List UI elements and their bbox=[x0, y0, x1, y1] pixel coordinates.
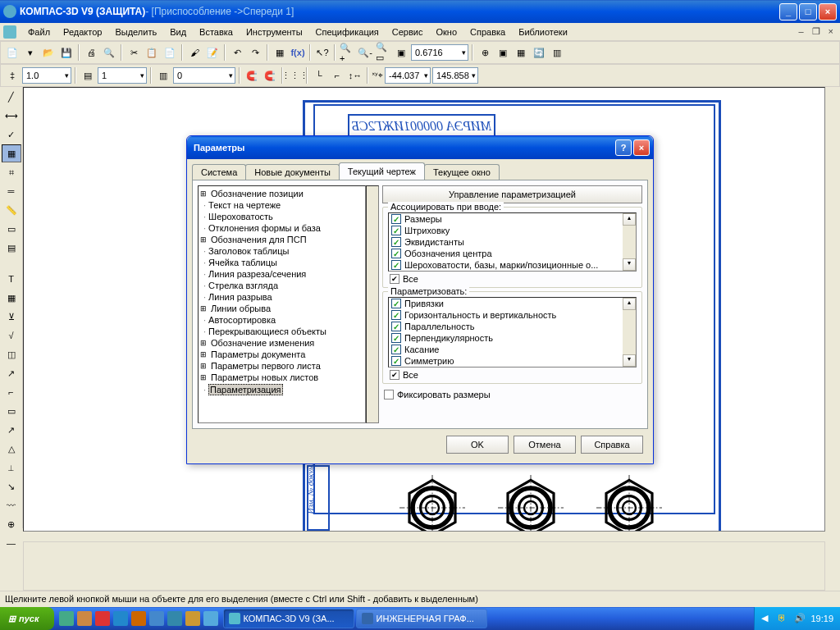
cut-button[interactable]: ✂ bbox=[126, 44, 142, 61]
arrow-icon[interactable]: ↘ bbox=[2, 477, 21, 495]
brand-icon[interactable]: ▭ bbox=[2, 402, 21, 420]
menu-insert[interactable]: Вставка bbox=[193, 25, 240, 39]
brush-icon[interactable]: 🖌 bbox=[186, 44, 203, 61]
fix-dimensions-checkbox[interactable]: Фиксировать размеры bbox=[382, 387, 642, 399]
redo-button[interactable]: ↷ bbox=[247, 44, 263, 61]
menu-help[interactable]: Справка bbox=[463, 25, 512, 39]
ql-icon[interactable] bbox=[131, 611, 146, 626]
menu-tools[interactable]: Инструменты bbox=[240, 25, 309, 39]
line-tool-icon[interactable]: ╱ bbox=[2, 88, 21, 106]
menu-libraries[interactable]: Библиотеки bbox=[512, 25, 574, 39]
checklist-item[interactable]: ✓Привязки bbox=[389, 298, 623, 309]
tree-node[interactable]: Обозначение изменения bbox=[200, 337, 363, 349]
cancel-button[interactable]: Отмена bbox=[514, 436, 576, 454]
parametrize-checklist[interactable]: ✓Привязки✓Горизонтальность и вертикально… bbox=[388, 297, 637, 368]
tab-system[interactable]: Система bbox=[192, 164, 246, 180]
tree-node[interactable]: Ячейка таблицы bbox=[200, 257, 363, 268]
tree-node[interactable]: Параметризация bbox=[200, 383, 363, 396]
view-combo[interactable]: 0 bbox=[173, 67, 235, 84]
preview-button[interactable]: 🔍 bbox=[101, 44, 117, 61]
start-button[interactable]: ⊞пуск bbox=[0, 607, 54, 630]
edit-tool-icon[interactable]: ⌗ bbox=[2, 163, 21, 181]
dialog-help-button[interactable]: ? bbox=[615, 139, 632, 156]
magnet-off-icon[interactable]: 🧲 bbox=[262, 67, 278, 84]
menu-window[interactable]: Окно bbox=[429, 25, 463, 39]
scroll-down-icon[interactable]: ▾ bbox=[623, 354, 636, 367]
task-kompas[interactable]: КОМПАС-3D V9 (ЗА... bbox=[223, 609, 354, 628]
views-button[interactable]: ▥ bbox=[549, 44, 565, 61]
close-button[interactable]: × bbox=[819, 3, 837, 21]
zoom-window-button[interactable]: 🔍▭ bbox=[375, 44, 391, 61]
checklist-item[interactable]: ✓Горизонтальность и вертикальность bbox=[389, 309, 623, 321]
center-icon[interactable]: ⊕ bbox=[2, 515, 21, 533]
checklist-item[interactable]: ✓Штриховку bbox=[389, 225, 623, 236]
select-tool-icon[interactable]: ▭ bbox=[2, 220, 21, 238]
parametrize-all-checkbox[interactable]: ✔Все bbox=[388, 368, 637, 380]
tree-node[interactable]: Линия разрыва bbox=[200, 291, 363, 303]
tree-node[interactable]: Текст на чертеже bbox=[200, 199, 363, 211]
task-word[interactable]: ИНЖЕНЕРНАЯ ГРАФ... bbox=[356, 609, 487, 628]
print-button[interactable]: 🖨 bbox=[83, 44, 99, 61]
cursor-icon[interactable]: ↖? bbox=[314, 44, 331, 61]
new-dropdown-icon[interactable]: ▾ bbox=[22, 44, 39, 61]
tree-node[interactable]: Перекрывающиеся объекты bbox=[200, 326, 363, 337]
menu-spec[interactable]: Спецификация bbox=[309, 25, 386, 39]
spec-tool-icon[interactable]: ▤ bbox=[2, 239, 21, 257]
base-tool-icon[interactable]: ⊻ bbox=[2, 308, 21, 326]
parametrization-heading-button[interactable]: Управление параметризацией bbox=[382, 185, 642, 203]
ortho-icon[interactable]: └ bbox=[311, 67, 327, 84]
pan-button[interactable]: ⊕ bbox=[477, 44, 493, 61]
zoom-in-button[interactable]: 🔍+ bbox=[339, 44, 355, 61]
open-button[interactable]: 📂 bbox=[40, 44, 57, 61]
ql-icon[interactable] bbox=[167, 611, 182, 626]
round-icon[interactable]: ⌐ bbox=[329, 67, 345, 84]
text-tool-icon[interactable]: T bbox=[2, 270, 21, 288]
ql-icon[interactable] bbox=[95, 611, 110, 626]
dimension-tool-icon[interactable]: ⟷ bbox=[2, 107, 21, 125]
lcs-icon[interactable]: ↕↔ bbox=[347, 67, 363, 84]
tree-node[interactable]: Параметры новых листов bbox=[200, 372, 363, 383]
coord-x-field[interactable]: -44.037 bbox=[385, 67, 431, 84]
scroll-up-icon[interactable]: ▴ bbox=[623, 213, 636, 226]
cut-line-icon[interactable]: ⟂ bbox=[2, 459, 21, 477]
tree-node[interactable]: Обозначение позиции bbox=[200, 188, 363, 199]
layers-icon[interactable]: ▤ bbox=[80, 67, 96, 84]
coord-y-field[interactable]: 145.858 bbox=[432, 67, 478, 84]
associate-all-checkbox[interactable]: ✔Все bbox=[388, 272, 637, 284]
checklist-item[interactable]: ✓Перпендикулярность bbox=[389, 332, 623, 344]
maximize-button[interactable]: □ bbox=[799, 3, 817, 21]
wavy-icon[interactable]: 〰 bbox=[2, 496, 21, 514]
ok-button[interactable]: OK bbox=[446, 436, 509, 454]
lineweight-combo[interactable]: 1.0 bbox=[22, 67, 71, 84]
symbol-tool-icon[interactable]: ✓ bbox=[2, 126, 21, 144]
zoom-combo[interactable]: 0.6716 bbox=[411, 44, 468, 61]
mark-icon[interactable]: ⌐ bbox=[2, 383, 21, 401]
checklist-item[interactable]: ✓Шероховатости, базы, марки/позиционные … bbox=[389, 259, 623, 271]
rough-tool-icon[interactable]: √ bbox=[2, 326, 21, 345]
undo-button[interactable]: ↶ bbox=[229, 44, 245, 61]
tolerance-icon[interactable]: ◫ bbox=[2, 345, 21, 363]
tree-node[interactable]: Обозначения для ПСП bbox=[200, 234, 363, 245]
tree-node[interactable]: Отклонения формы и база bbox=[200, 222, 363, 234]
minimize-button[interactable]: _ bbox=[779, 3, 797, 21]
param-tool-icon[interactable]: ═ bbox=[2, 182, 21, 200]
checklist-item[interactable]: ✓Симметрию bbox=[389, 355, 623, 367]
scroll-down-icon[interactable]: ▾ bbox=[623, 258, 636, 271]
tray-icon[interactable]: ◀ bbox=[761, 613, 773, 624]
orbit-button[interactable]: 🔄 bbox=[531, 44, 547, 61]
tree-node[interactable]: Стрелка взгляда bbox=[200, 280, 363, 291]
snap-icon[interactable]: ‡ bbox=[4, 67, 21, 84]
magnet-on-icon[interactable]: 🧲 bbox=[244, 67, 260, 84]
checklist-item[interactable]: ✓Размеры bbox=[389, 213, 623, 225]
checklist-item[interactable]: ✓Параллельность bbox=[389, 321, 623, 332]
tree-node[interactable]: Линии обрыва bbox=[200, 303, 363, 314]
fx-button[interactable]: f(x) bbox=[290, 44, 306, 61]
doc-restore-button[interactable]: ❐ bbox=[809, 26, 824, 37]
menu-view[interactable]: Вид bbox=[163, 25, 193, 39]
tab-new-docs[interactable]: Новые документы bbox=[245, 164, 340, 180]
checklist-item[interactable]: ✓Эквидистанты bbox=[389, 236, 623, 248]
hatch-tool-icon[interactable]: ▦ bbox=[2, 144, 21, 162]
zoom-out-button[interactable]: 🔍- bbox=[357, 44, 373, 61]
copy-button[interactable]: 📋 bbox=[144, 44, 160, 61]
menu-editor[interactable]: Редактор bbox=[57, 25, 108, 39]
